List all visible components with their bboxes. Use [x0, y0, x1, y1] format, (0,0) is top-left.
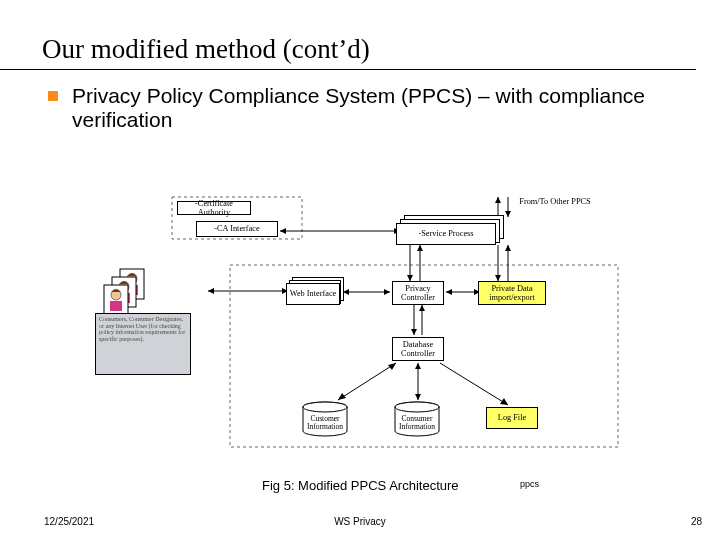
node-log-file: Log File	[486, 407, 538, 429]
svg-marker-12	[417, 245, 423, 251]
figure-caption: Fig 5: Modified PPCS Architecture	[262, 478, 459, 493]
architecture-diagram: -Certificate Authority -CA Interface -Se…	[100, 195, 640, 475]
svg-point-41	[395, 402, 439, 412]
svg-marker-29	[388, 363, 396, 370]
svg-marker-16	[505, 245, 511, 251]
label-from-to-other: From/To Other PPCS	[516, 198, 594, 207]
db-consumer-info-label: Consumer Information	[394, 415, 440, 431]
node-ca-interface: -CA Interface	[196, 221, 278, 237]
svg-line-27	[338, 363, 396, 400]
node-certificate-authority: -Certificate Authority	[177, 201, 251, 215]
svg-marker-4	[280, 228, 286, 234]
svg-marker-28	[338, 393, 346, 400]
node-private-data-io: Private Data import/export	[478, 281, 546, 305]
node-database-controller: Database Controller	[392, 337, 444, 361]
db-customer-info: Customer Information	[302, 401, 348, 439]
slide-title: Our modified method (cont’d)	[0, 0, 696, 70]
node-consumer-card: Consumers, Consumer Designates, or any I…	[95, 313, 191, 375]
node-web-interface: Web Interface	[286, 283, 340, 305]
node-service-process: -Service Process	[396, 223, 496, 245]
svg-line-33	[440, 363, 508, 405]
db-customer-info-label: Customer Information	[302, 415, 348, 431]
svg-marker-32	[415, 363, 421, 369]
svg-marker-8	[505, 211, 511, 217]
svg-marker-37	[208, 288, 214, 294]
footer-center: WS Privacy	[0, 516, 720, 527]
svg-marker-26	[419, 305, 425, 311]
db-consumer-info: Consumer Information	[394, 401, 440, 439]
svg-marker-22	[446, 289, 452, 295]
svg-marker-31	[415, 394, 421, 400]
svg-marker-24	[411, 329, 417, 335]
svg-rect-50	[110, 301, 122, 311]
node-privacy-controller: Privacy Controller	[392, 281, 444, 305]
svg-marker-18	[384, 289, 390, 295]
svg-marker-6	[495, 197, 501, 203]
bullet-icon	[48, 91, 58, 101]
ppcs-label: ppcs	[520, 479, 539, 489]
svg-marker-34	[500, 398, 508, 405]
svg-point-39	[303, 402, 347, 412]
bullet-row: Privacy Policy Compliance System (PPCS) …	[0, 70, 720, 132]
slide-subtitle: Privacy Policy Compliance System (PPCS) …	[72, 84, 670, 132]
footer-page: 28	[691, 516, 702, 527]
